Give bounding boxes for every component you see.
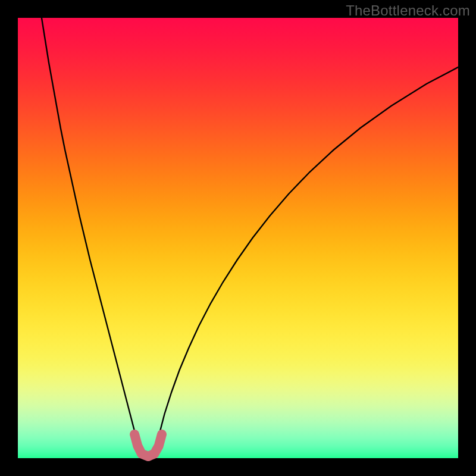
plot-background <box>18 18 458 458</box>
watermark-text: TheBottleneck.com <box>346 2 470 19</box>
chart-container: { "watermark": "TheBottleneck.com", "cha… <box>0 0 476 476</box>
bottleneck-chart <box>0 0 476 476</box>
